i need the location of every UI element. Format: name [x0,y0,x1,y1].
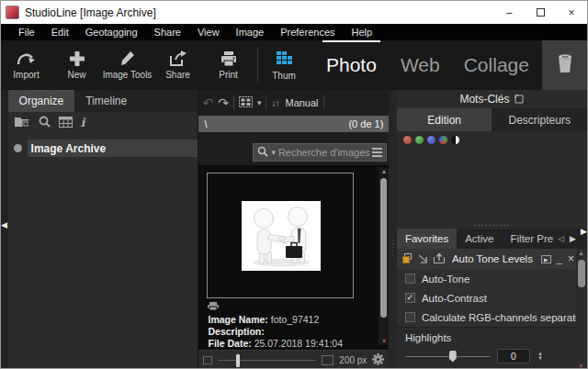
save-preset-icon[interactable] [434,251,445,267]
thumbnails-button[interactable]: Thum [262,40,306,90]
highlights-label: Highlights [397,328,587,343]
import-button[interactable]: Import [1,40,51,90]
undo-icon[interactable]: ↶ [202,96,213,109]
highlights-slider-thumb[interactable] [449,351,457,363]
checkbox-row-auto-tone[interactable]: Auto-Tone [397,269,587,288]
color-dot-bw[interactable] [451,136,459,144]
color-label-row [397,131,587,148]
print-button[interactable]: Print [203,40,254,90]
search-caret-icon[interactable]: ▾ [271,148,276,157]
search-folder-icon[interactable] [39,115,51,131]
tabs-scroll-left-icon[interactable]: ◁ [555,229,567,249]
tab-timeline[interactable]: Timeline [74,90,138,112]
close-button[interactable]: × [556,1,587,24]
new-plus-icon [69,50,85,67]
collapse-left-icon[interactable]: ◀ [1,221,7,229]
checkbox-row-auto-contrast[interactable]: ✓ Auto-Contrast [397,288,587,308]
tab-descripteurs[interactable]: Descripteurs [492,108,587,131]
rgb-channels-checkbox[interactable] [405,312,415,322]
highlights-spin-down-icon[interactable]: ▼ [537,356,543,361]
thumbnail-size-slider[interactable] [218,354,316,367]
auto-tone-levels-panel: Auto Tone Levels ▶ _ × Auto-Tone ✓ Auto-… [397,249,587,369]
mode-tab-photo[interactable]: Photo [326,40,377,90]
auto-contrast-checkbox[interactable]: ✓ [405,293,415,303]
new-button[interactable]: New [51,40,102,90]
print-label: Print [219,70,238,80]
scroll-down-icon[interactable]: ▼ [379,338,389,344]
size-slider-thumb[interactable] [236,354,240,367]
trash-dropzone[interactable] [542,40,587,90]
tab-active[interactable]: Active [457,229,502,249]
color-dot-blue[interactable] [427,136,435,144]
dock-tool-icon[interactable]: ▶ [541,255,551,263]
menu-file[interactable]: File [10,27,43,38]
small-size-button[interactable] [203,356,212,364]
color-dot-rgb[interactable] [439,136,447,144]
meta-date-line: File Date: 25.07.2018 19:41:04 [208,338,343,350]
browser-scrollbar-thumb[interactable] [380,178,387,318]
color-dot-green[interactable] [415,136,424,144]
tool-scrollbar-thumb[interactable] [578,260,585,287]
tab-favorites[interactable]: Favorites [397,229,457,249]
calendar-view-icon[interactable] [59,115,73,131]
menu-image[interactable]: Image [228,27,273,38]
menu-geotagging[interactable]: Geotagging [77,27,146,38]
left-collapse-strip[interactable]: ◀ [1,90,8,369]
scroll-up-icon[interactable]: ▲ [379,168,389,174]
mode-tab-collage[interactable]: Collage [464,40,529,90]
sort-order-icon[interactable]: ↓↑ [271,98,278,108]
close-tool-icon[interactable]: × [568,252,574,265]
view-layout-caret-icon[interactable]: ▾ [257,98,262,107]
sort-mode-label[interactable]: Manual [285,97,318,108]
menu-help[interactable]: Help [344,27,381,38]
tab-edition[interactable]: Edition [397,108,492,131]
meta-date-value: 25.07.2018 19:41:04 [254,338,343,349]
search-placeholder[interactable]: Recherche d'images [278,147,369,158]
menu-edit[interactable]: Edit [43,27,77,38]
menu-bar: File Edit Geotagging Share View Image Pr… [1,24,587,40]
main-area: ◀ Organize Timeline i Image Archive ↶ [1,90,587,369]
browser-scrollbar[interactable]: ▲ ▼ [379,167,389,345]
copy-settings-icon[interactable] [402,251,413,267]
tool-panel-scrollbar[interactable]: ▲ ▼ [576,249,587,369]
tree-item-label: Image Archive [28,142,107,155]
image-search-bar[interactable]: ▾ Recherche d'images [253,143,387,162]
tab-filter-presets[interactable]: Filter Pre [503,229,556,249]
checkbox-row-rgb-channels[interactable]: Calculate RGB-channels separate [397,308,587,327]
maximize-button[interactable] [525,1,556,24]
undock-panel-icon[interactable] [514,91,524,107]
tab-organize[interactable]: Organize [8,90,75,112]
horizontal-splitter[interactable]: ·········· [397,220,587,229]
redo-icon[interactable]: ↷ [218,96,229,109]
menu-share[interactable]: Share [146,27,189,38]
new-folder-icon[interactable] [15,115,30,131]
view-layout-icon[interactable] [239,95,253,111]
info-icon[interactable]: i [81,116,85,129]
expand-right-icon[interactable]: ▶ [581,228,587,236]
highlights-value-input[interactable]: 0 [497,349,530,363]
menu-view[interactable]: View [189,27,228,38]
path-bar[interactable]: \ (0 de 1) [198,116,389,132]
image-thumbnail-cell[interactable] [207,173,354,298]
gear-icon[interactable] [372,352,384,369]
highlights-slider[interactable] [405,351,490,363]
tool-scroll-up-icon[interactable]: ▲ [576,250,586,256]
menu-preferences[interactable]: Preferences [272,27,343,38]
splitter-grip-icon: ····· [391,239,393,257]
mode-tab-web[interactable]: Web [401,40,440,90]
collapse-tool-icon[interactable] [418,251,429,267]
auto-tone-checkbox[interactable] [405,274,415,284]
color-dot-red[interactable] [403,136,412,144]
import-label: Import [13,70,39,80]
title-bar: StudioLine [Image Archive] – × [1,1,587,24]
search-menu-icon[interactable] [372,148,382,157]
minimize-tool-icon[interactable]: _ [557,257,562,261]
large-size-button[interactable] [322,355,334,365]
thumbnail-area: Image Name: foto_97412 Description: File… [198,165,389,350]
image-tools-button[interactable]: Image Tools [102,40,153,90]
share-button[interactable]: Share [153,40,203,90]
tool-scroll-down-icon[interactable]: ▼ [576,363,586,369]
panel-splitter[interactable]: ····· [389,90,397,369]
minimize-button[interactable]: – [493,1,525,24]
tree-item-image-archive[interactable]: Image Archive [8,140,198,157]
